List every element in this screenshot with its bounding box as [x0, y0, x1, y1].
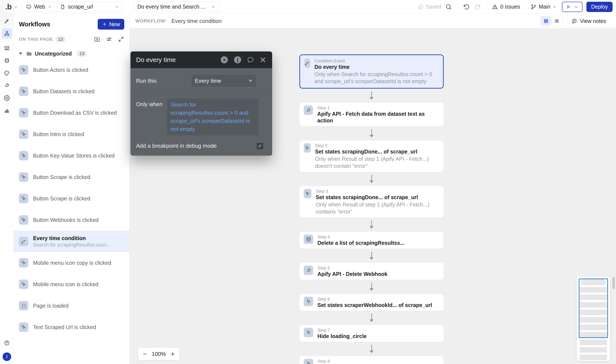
expand-icon[interactable] [118, 36, 124, 42]
step-card[interactable]: Step 4Delete a list of scrapingResultss.… [300, 232, 444, 249]
notes-bubble-icon [571, 18, 577, 24]
filter-icon[interactable] [106, 36, 112, 42]
issues-button[interactable]: 0 issues [492, 4, 520, 10]
workflow-list: Button Actors is clickedButton Datasets … [14, 59, 129, 364]
platform-select[interactable]: Web [22, 2, 56, 12]
workflow-list-item[interactable]: Button Download as CSV is clicked [14, 102, 129, 123]
workflow-select[interactable]: Do every time and Search ... [133, 2, 219, 12]
undo-icon[interactable] [463, 3, 470, 11]
workflow-item-label: Button Actors is clicked [33, 67, 88, 73]
workflow-label: WORKFLOW: [135, 18, 167, 24]
step-title: Set states scrapingDone... of scrape_url [316, 194, 439, 201]
on-this-page-label: ON THIS PAGE [19, 37, 53, 42]
step-card[interactable]: Step 1Apify API - Fetch data from datase… [300, 103, 444, 126]
workflow-list-item[interactable]: Button Webhooks is clicked [14, 209, 129, 231]
workflow-list-item[interactable]: Text Scraped Url is clicked [14, 316, 129, 338]
canvas-scrollbar[interactable] [612, 277, 615, 289]
new-workflow-button[interactable]: New [98, 19, 124, 30]
list-view-button[interactable] [551, 16, 562, 26]
workflow-list-item[interactable]: Page is loaded [14, 295, 129, 316]
dialog-header[interactable]: Do every time [131, 52, 272, 68]
step-title: Set states scraperWebhookId... of scrape… [317, 302, 432, 309]
workflow-list-item[interactable]: Button Actors is clicked [14, 59, 129, 81]
breakpoint-checkbox[interactable]: ✓ [257, 143, 263, 149]
event-type-chip [19, 237, 28, 246]
app-menu[interactable]: .b [5, 2, 18, 11]
step-card[interactable]: Step 3Set states scrapingDone... of scra… [300, 186, 444, 218]
view-notes-button[interactable]: View notes [567, 15, 610, 26]
redo-icon[interactable] [474, 3, 481, 11]
event-type-chip [19, 65, 28, 75]
run-this-dropdown[interactable]: Every time [191, 75, 256, 87]
page-select[interactable]: scrape_url [56, 2, 123, 12]
event-properties-dialog: Do every time Run this Every time Only w… [131, 52, 272, 156]
workflow-list-item[interactable]: Mobile menu icon copy is clicked [14, 252, 129, 273]
workflow-item-subtitle: Search for scrapingResultss:coun... [33, 242, 111, 248]
run-this-value: Every time [195, 78, 221, 84]
help-button[interactable] [2, 338, 12, 348]
search-icon[interactable] [445, 3, 452, 11]
workflow-list-item[interactable]: Every time conditionSearch for scrapingR… [14, 231, 129, 252]
condition-icon [304, 60, 310, 66]
account-avatar[interactable]: I [2, 352, 11, 361]
pointer-icon [306, 361, 311, 364]
card-view-button[interactable] [541, 16, 551, 26]
sidebar-item-workflows[interactable] [2, 28, 12, 39]
folder-name: Uncategorized [35, 51, 72, 57]
chevron-down-icon [14, 5, 18, 9]
step-card[interactable]: Step 2Set states scrapingDone... of scra… [300, 140, 444, 172]
folder-icon [26, 50, 32, 57]
comment-icon[interactable] [247, 56, 254, 64]
workflow-list-item[interactable]: Button Scrape is clicked [14, 188, 129, 209]
workflow-list-item[interactable]: Button Scrape is clicked [14, 166, 129, 188]
sidebar-item-logs[interactable] [2, 105, 12, 116]
workflow-list-item[interactable]: Button Intro is clicked [14, 123, 129, 145]
workflow-list-item[interactable]: Button Datasets is clicked [14, 81, 129, 102]
step-card[interactable]: Step 8 [300, 356, 444, 364]
workflow-item-label: Button Intro is clicked [33, 131, 84, 137]
sidebar-item-settings[interactable] [2, 93, 12, 103]
minimap-viewport[interactable] [579, 278, 608, 338]
db-icon [306, 236, 311, 242]
step-card[interactable]: Step 7Hide loading_circle [300, 325, 444, 342]
sidebar-item-design[interactable] [2, 16, 12, 26]
divider [525, 4, 525, 10]
step-condition: Only when Search for scrapingResultss:co… [315, 71, 439, 85]
save-status-label: Saved [426, 4, 441, 10]
step-card[interactable]: Step 5Apify API - Delete Webhook [300, 263, 444, 280]
sidebar-item-components[interactable] [2, 43, 12, 53]
folder-uncategorized[interactable]: Uncategorized 13 [14, 49, 129, 58]
info-icon[interactable] [233, 56, 242, 64]
step-title: Apify API - Fetch data from dataset text… [317, 111, 439, 124]
cursor-click-icon [21, 196, 27, 202]
flow-arrow-icon [370, 283, 374, 291]
zoom-out-button[interactable]: − [143, 351, 147, 357]
event-type-chip [19, 322, 28, 332]
workflows-panel: Workflows New ON THIS PAGE 13 Uncategori… [14, 14, 130, 364]
new-folder-icon[interactable] [94, 36, 100, 42]
sidebar-item-plugins[interactable] [2, 80, 12, 91]
branch-select[interactable]: Main [531, 4, 556, 10]
question-circle-icon [4, 340, 10, 346]
close-icon[interactable] [259, 56, 267, 64]
cursor-click-icon [21, 67, 27, 73]
zoom-in-button[interactable]: + [171, 351, 175, 357]
plug-icon [305, 107, 311, 113]
step-card[interactable]: Step 6Set states scraperWebhookId... of … [300, 294, 444, 311]
minimap[interactable] [577, 276, 610, 361]
workflow-item-label: Page is loaded [33, 303, 68, 309]
step-title: Set states scrapingDone... of scrape_url [315, 148, 439, 155]
step-card[interactable]: Condition EventDo every timeOnly when Se… [300, 54, 444, 89]
workflow-select-value: Do every time and Search ... [137, 4, 208, 10]
workflows-icon [4, 30, 10, 37]
sidebar-item-data[interactable] [2, 55, 12, 66]
preview-run-button[interactable] [562, 2, 583, 12]
step-kind: Step 7 [317, 327, 367, 333]
run-event-icon[interactable] [220, 56, 228, 64]
workflow-item-label: Button Download as CSV is clicked [33, 110, 117, 116]
workflow-list-item[interactable]: Mobile menu icon is clicked [14, 273, 129, 295]
workflow-list-item[interactable]: Button Key-Value Stores is clicked [14, 145, 129, 166]
condition-expression-input[interactable]: Search for scrapingResultss:count > 0 an… [167, 98, 259, 135]
sidebar-item-styles[interactable] [2, 68, 12, 78]
deploy-button[interactable]: Deploy [586, 2, 613, 12]
